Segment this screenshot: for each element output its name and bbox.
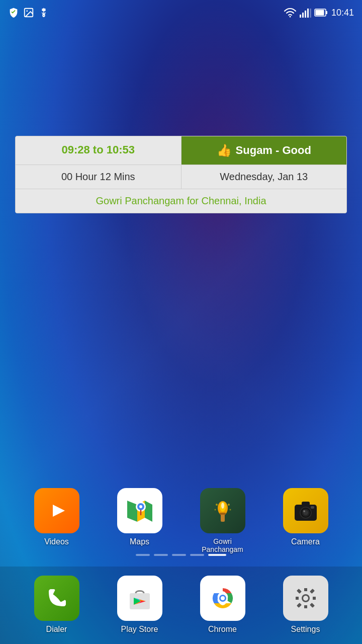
page-dot-4 [190, 554, 204, 556]
svg-marker-12 [53, 505, 65, 517]
chrome-icon [200, 576, 245, 621]
page-dot-5 [208, 554, 226, 556]
svg-point-24 [221, 503, 224, 509]
app-settings[interactable]: Settings [276, 576, 336, 634]
widget-duration: 00 Hour 12 Mins [16, 165, 182, 189]
status-left-icons [8, 7, 49, 18]
svg-rect-11 [315, 10, 324, 16]
maps-label: Maps [130, 537, 149, 546]
svg-marker-13 [127, 501, 137, 522]
maps-icon: G [117, 488, 162, 533]
app-playstore[interactable]: Play Store [110, 576, 170, 634]
settings-icon [283, 576, 328, 621]
svg-marker-15 [145, 501, 152, 522]
svg-point-36 [303, 510, 305, 512]
time-display: 10:41 [331, 8, 354, 18]
panchangam-widget[interactable]: 09:28 to 10:53 👍 Sugam - Good 00 Hour 12… [15, 136, 347, 213]
svg-point-45 [303, 596, 308, 601]
svg-rect-7 [307, 9, 309, 18]
gowri-label: Gowri Panchangam [193, 537, 253, 553]
widget-location: Gowri Panchangam for Chennai, India [16, 189, 346, 213]
widget-time-range: 09:28 to 10:53 [16, 136, 182, 165]
app-videos[interactable]: Videos [27, 488, 87, 546]
widget-row-duration-date: 00 Hour 12 Mins Wednesday, Jan 13 [16, 165, 346, 189]
wifi-icon [284, 8, 296, 18]
widget-status-label: Sugam - Good [236, 144, 311, 157]
svg-rect-6 [305, 11, 306, 18]
playstore-icon [117, 576, 162, 621]
app-dialer[interactable]: Dialer [27, 576, 87, 634]
app-chrome[interactable]: Chrome [193, 576, 253, 634]
svg-point-3 [289, 16, 291, 18]
svg-rect-47 [310, 589, 315, 594]
videos-label: Videos [44, 537, 69, 546]
svg-rect-5 [302, 13, 304, 18]
svg-rect-46 [297, 589, 302, 594]
svg-point-28 [228, 504, 230, 506]
svg-point-43 [221, 596, 225, 600]
svg-rect-26 [220, 513, 226, 515]
svg-rect-10 [326, 11, 327, 14]
dock: Dialer Play Store [0, 567, 362, 644]
app-maps[interactable]: G Maps [110, 488, 170, 546]
svg-point-29 [214, 509, 216, 511]
svg-point-2 [43, 15, 45, 17]
svg-point-20 [139, 505, 142, 508]
svg-rect-49 [310, 603, 315, 608]
widget-status: 👍 Sugam - Good [182, 136, 347, 165]
videos-icon [34, 488, 79, 533]
camera-icon [283, 488, 328, 533]
page-dot-2 [154, 554, 168, 556]
dialer-icon [34, 576, 79, 621]
settings-label: Settings [291, 625, 320, 634]
svg-point-1 [26, 10, 28, 12]
svg-point-30 [229, 509, 231, 511]
battery-icon [314, 8, 328, 17]
playstore-label: Play Store [121, 625, 158, 634]
home-apps-row: Videos G Maps [0, 488, 362, 553]
widget-date: Wednesday, Jan 13 [182, 165, 347, 189]
page-indicators [0, 554, 362, 556]
gowri-icon [200, 488, 245, 533]
app-camera[interactable]: Camera [276, 488, 336, 546]
usb-icon [38, 7, 49, 18]
signal-icon [299, 8, 311, 18]
dialer-label: Dialer [46, 625, 67, 634]
svg-point-27 [216, 504, 218, 506]
widget-row-time-status: 09:28 to 10:53 👍 Sugam - Good [16, 136, 346, 165]
svg-rect-38 [311, 506, 314, 509]
svg-rect-4 [300, 15, 301, 18]
svg-rect-25 [221, 514, 225, 522]
thumbsup-icon: 👍 [217, 143, 232, 157]
camera-label: Camera [291, 537, 320, 546]
app-gowri[interactable]: Gowri Panchangam [193, 488, 253, 553]
page-dot-3 [172, 554, 186, 556]
svg-rect-8 [310, 9, 311, 18]
image-icon [23, 7, 34, 18]
status-right-icons: 10:41 [284, 8, 354, 18]
chrome-label: Chrome [208, 625, 237, 634]
shield-icon [8, 7, 19, 18]
svg-rect-48 [297, 603, 302, 608]
page-dot-1 [136, 554, 150, 556]
status-bar: 10:41 [0, 0, 362, 25]
svg-rect-37 [302, 502, 310, 506]
